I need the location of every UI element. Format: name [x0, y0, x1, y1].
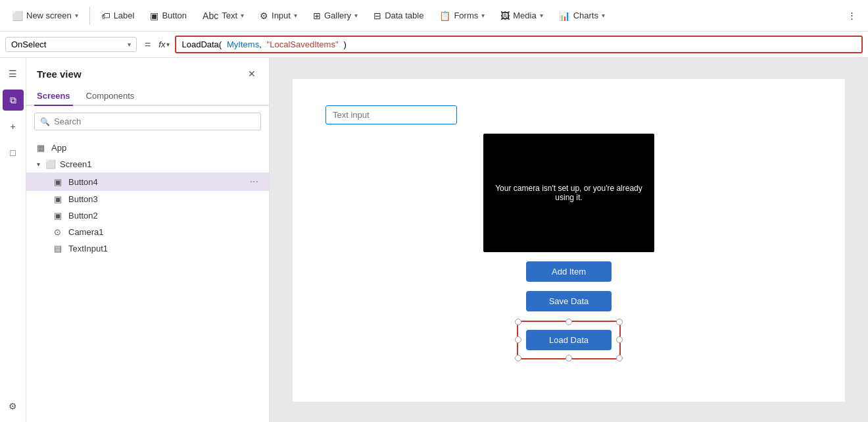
left-rail: ☰ ⧉ + □ ⚙ — [0, 58, 26, 422]
label-button[interactable]: 🏷 Label — [95, 8, 141, 24]
tree-panel: Tree view ✕ Screens Components 🔍 ▦ App ▾… — [26, 58, 270, 422]
formula-selector[interactable]: OnSelect ▾ — [5, 37, 137, 52]
text-icon: Abc — [203, 11, 218, 21]
save-data-button[interactable]: Save Data — [526, 291, 612, 311]
load-data-button-container: Load Data — [517, 321, 621, 359]
handle-br[interactable] — [616, 355, 623, 361]
handle-bm[interactable] — [566, 355, 572, 361]
layers-icon[interactable]: ⧉ — [3, 90, 24, 111]
forms-button[interactable]: 📋 Forms ▾ — [433, 8, 491, 24]
gallery-button[interactable]: ⊞ Gallery ▾ — [306, 8, 364, 24]
charts-icon: 📊 — [559, 11, 570, 21]
tree-item-button2[interactable]: ▣ Button2 — [26, 207, 269, 224]
text-button[interactable]: Abc Text ▾ — [196, 8, 251, 24]
close-icon[interactable]: ✕ — [245, 66, 258, 82]
more-button[interactable]: ⋮ — [841, 8, 863, 23]
button-button[interactable]: ▣ Button — [143, 8, 193, 24]
more-icon: ⋮ — [848, 11, 856, 20]
more-options-icon[interactable]: ··· — [250, 176, 258, 188]
app-icon: ▦ — [37, 143, 47, 153]
tab-components[interactable]: Components — [84, 87, 137, 106]
tree-view-title: Tree view — [37, 68, 82, 80]
label-icon: 🏷 — [101, 11, 110, 21]
tree-item-button4[interactable]: ▣ Button4 ··· — [26, 172, 269, 191]
hamburger-icon[interactable]: ☰ — [3, 63, 24, 84]
forms-icon: 📋 — [439, 11, 450, 21]
handle-tm[interactable] — [566, 319, 572, 325]
handle-mr[interactable] — [616, 336, 623, 343]
plus-icon[interactable]: + — [3, 116, 24, 137]
formula-chevron-icon: ▾ — [166, 41, 170, 48]
load-data-button[interactable]: Load Data — [526, 330, 612, 350]
tree-header: Tree view ✕ — [26, 58, 269, 87]
handle-ml[interactable] — [515, 336, 521, 343]
canvas-area: Your camera isn't set up, or you're alre… — [270, 58, 868, 422]
toolbar: ⬜ New screen ▾ 🏷 Label ▣ Button Abc Text… — [0, 0, 868, 32]
formula-code-text: LoadData( MyItems, "LocalSavedItems" ) — [181, 40, 346, 49]
tree-tabs: Screens Components — [26, 87, 269, 106]
settings-icon[interactable]: ⚙ — [3, 396, 24, 417]
canvas-frame: Your camera isn't set up, or you're alre… — [293, 79, 845, 402]
canvas-text-input[interactable] — [326, 105, 457, 124]
button-icon: ▣ — [150, 11, 158, 21]
tree-item-app[interactable]: ▦ App — [26, 140, 269, 156]
data-table-button[interactable]: ⊟ Data table — [367, 8, 430, 24]
media-button[interactable]: 🖼 Media ▾ — [494, 8, 549, 24]
tree-item-textinput1[interactable]: ▤ TextInput1 — [26, 240, 269, 257]
formula-input[interactable]: LoadData( MyItems, "LocalSavedItems" ) — [175, 36, 863, 53]
screen-icon: ⬜ — [12, 11, 23, 21]
handle-tr[interactable] — [616, 319, 623, 325]
tree-item-camera1[interactable]: ⊙ Camera1 — [26, 224, 269, 240]
formula-bar: OnSelect ▾ = fx ▾ LoadData( MyItems, "Lo… — [0, 32, 868, 58]
media-icon: 🖼 — [500, 11, 510, 21]
search-input[interactable] — [54, 117, 255, 126]
handle-tl[interactable] — [515, 319, 521, 325]
camera-message: Your camera isn't set up, or you're alre… — [483, 177, 654, 209]
tree-item-button3[interactable]: ▣ Button3 — [26, 191, 269, 207]
new-screen-button[interactable]: ⬜ New screen ▾ — [5, 8, 85, 24]
fx-button[interactable]: fx ▾ — [158, 40, 170, 49]
chevron-down-icon: ▾ — [37, 161, 40, 168]
add-item-button[interactable]: Add Item — [526, 261, 612, 282]
tree-items: ▦ App ▾ ⬜ Screen1 ▣ Button4 ··· ▣ Button… — [26, 137, 269, 422]
gallery-icon: ⊞ — [313, 11, 321, 21]
button-icon: ▣ — [54, 211, 64, 221]
input-button[interactable]: ⚙ Input ▾ — [253, 8, 304, 24]
data-table-icon: ⊟ — [374, 11, 381, 21]
square-icon[interactable]: □ — [3, 142, 24, 163]
tab-screens[interactable]: Screens — [34, 87, 73, 106]
charts-button[interactable]: 📊 Charts ▾ — [552, 8, 612, 24]
chevron-down-icon: ▾ — [128, 41, 131, 48]
tree-search-box: 🔍 — [34, 113, 261, 130]
fx-label: fx — [158, 40, 165, 49]
equals-sign: = — [142, 39, 153, 51]
handle-bl[interactable] — [515, 355, 521, 361]
textinput-icon: ▤ — [54, 244, 64, 253]
tree-item-screen1[interactable]: ▾ ⬜ Screen1 — [26, 156, 269, 172]
search-icon: 🔍 — [40, 117, 50, 126]
divider-1 — [89, 7, 90, 25]
button-icon: ▣ — [54, 177, 64, 187]
canvas-camera: Your camera isn't set up, or you're alre… — [483, 134, 654, 252]
button-icon: ▣ — [54, 194, 64, 204]
main-layout: ☰ ⧉ + □ ⚙ Tree view ✕ Screens Components… — [0, 58, 868, 422]
input-icon: ⚙ — [260, 11, 268, 21]
screen-icon: ⬜ — [45, 159, 56, 169]
camera-icon: ⊙ — [54, 227, 64, 237]
